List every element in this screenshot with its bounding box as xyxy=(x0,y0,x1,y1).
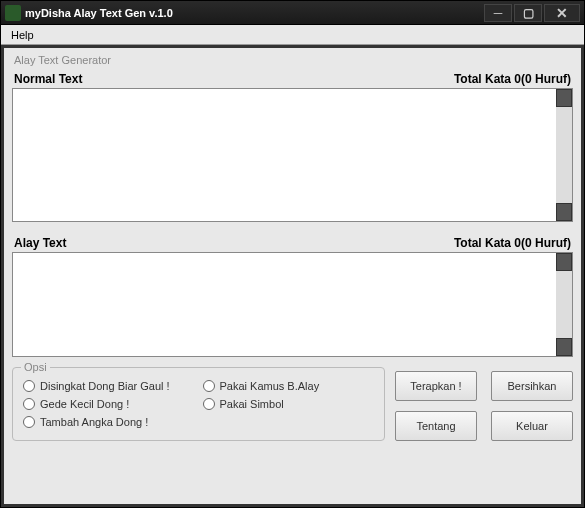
client-area: Alay Text Generator Normal Text Total Ka… xyxy=(1,45,584,507)
scroll-down-icon[interactable] xyxy=(556,338,572,356)
group-title: Alay Text Generator xyxy=(14,54,573,66)
option-label: Disingkat Dong Biar Gaul ! xyxy=(40,380,170,392)
radio-icon xyxy=(203,398,215,410)
normal-header: Normal Text Total Kata 0(0 Huruf) xyxy=(12,72,573,88)
bottom-row: Opsi Disingkat Dong Biar Gaul ! Pakai Ka… xyxy=(12,367,573,441)
option-disingkat[interactable]: Disingkat Dong Biar Gaul ! xyxy=(23,380,195,392)
alay-stats: Total Kata 0(0 Huruf) xyxy=(454,236,571,250)
app-window: myDisha Alay Text Gen v.1.0 ─ ▢ ✕ Help A… xyxy=(0,0,585,508)
option-label: Pakai Simbol xyxy=(220,398,284,410)
keluar-button[interactable]: Keluar xyxy=(491,411,573,441)
radio-icon xyxy=(23,398,35,410)
normal-stats: Total Kata 0(0 Huruf) xyxy=(454,72,571,86)
close-button[interactable]: ✕ xyxy=(544,4,580,22)
menubar: Help xyxy=(1,25,584,45)
bersihkan-button[interactable]: Bersihkan xyxy=(491,371,573,401)
options-group: Opsi Disingkat Dong Biar Gaul ! Pakai Ka… xyxy=(12,367,385,441)
scroll-up-icon[interactable] xyxy=(556,253,572,271)
alay-header: Alay Text Total Kata 0(0 Huruf) xyxy=(12,236,573,252)
radio-icon xyxy=(23,416,35,428)
titlebar: myDisha Alay Text Gen v.1.0 ─ ▢ ✕ xyxy=(1,1,584,25)
alay-text-input[interactable] xyxy=(13,253,556,356)
button-group: Terapkan ! Bersihkan Tentang Keluar xyxy=(395,367,573,441)
radio-icon xyxy=(203,380,215,392)
minimize-button[interactable]: ─ xyxy=(484,4,512,22)
normal-text-wrap xyxy=(12,88,573,222)
tentang-button[interactable]: Tentang xyxy=(395,411,477,441)
option-angka[interactable]: Tambah Angka Dong ! xyxy=(23,416,195,428)
option-kamus[interactable]: Pakai Kamus B.Alay xyxy=(203,380,375,392)
window-title: myDisha Alay Text Gen v.1.0 xyxy=(25,7,484,19)
app-icon xyxy=(5,5,21,21)
option-gede-kecil[interactable]: Gede Kecil Dong ! xyxy=(23,398,195,410)
option-label: Tambah Angka Dong ! xyxy=(40,416,148,428)
normal-text-input[interactable] xyxy=(13,89,556,221)
options-legend: Opsi xyxy=(21,361,50,373)
radio-icon xyxy=(23,380,35,392)
scroll-up-icon[interactable] xyxy=(556,89,572,107)
normal-scrollbar[interactable] xyxy=(556,89,572,221)
scroll-down-icon[interactable] xyxy=(556,203,572,221)
option-label: Gede Kecil Dong ! xyxy=(40,398,129,410)
option-simbol[interactable]: Pakai Simbol xyxy=(203,398,375,410)
alay-label: Alay Text xyxy=(14,236,66,250)
menu-help[interactable]: Help xyxy=(5,27,40,43)
alay-text-wrap xyxy=(12,252,573,357)
alay-scrollbar[interactable] xyxy=(556,253,572,356)
maximize-button[interactable]: ▢ xyxy=(514,4,542,22)
window-controls: ─ ▢ ✕ xyxy=(484,4,580,22)
option-label: Pakai Kamus B.Alay xyxy=(220,380,320,392)
terapkan-button[interactable]: Terapkan ! xyxy=(395,371,477,401)
normal-label: Normal Text xyxy=(14,72,82,86)
options-grid: Disingkat Dong Biar Gaul ! Pakai Kamus B… xyxy=(23,380,374,428)
